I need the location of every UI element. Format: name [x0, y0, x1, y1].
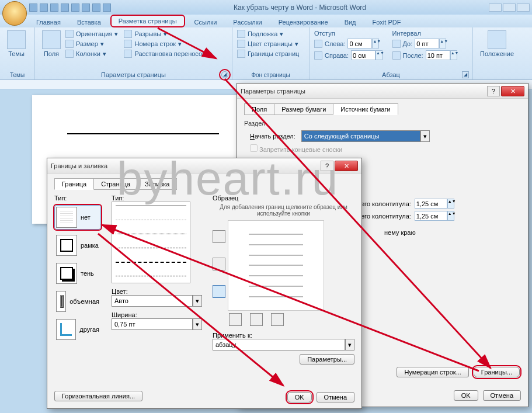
type-3d-label: объемная — [69, 298, 99, 305]
tab-shading[interactable]: Заливка — [137, 178, 177, 190]
border-type-shadow[interactable]: тень — [54, 261, 101, 286]
minimize-button[interactable] — [489, 4, 502, 12]
indent-left-input[interactable] — [347, 39, 372, 48]
tab-references[interactable]: Ссылки — [187, 17, 224, 27]
cancel-button[interactable]: Отмена — [317, 392, 354, 402]
tab-view[interactable]: Вид — [338, 17, 363, 27]
type-box-label: рамка — [81, 242, 99, 249]
columns-icon — [65, 50, 74, 58]
line-numbers-button[interactable]: Номера строк ▾ — [123, 39, 212, 48]
spin-icon[interactable]: ▲▼ — [439, 39, 446, 48]
border-type-none[interactable]: нет — [54, 205, 101, 230]
size-button[interactable]: Размер ▾ — [64, 39, 119, 48]
border-type-custom[interactable]: другая — [54, 317, 101, 342]
apply-to-combo[interactable]: абзацу▾ — [213, 339, 354, 350]
tab-border[interactable]: Граница — [54, 178, 94, 190]
chevron-down-icon[interactable]: ▾ — [193, 318, 202, 330]
options-button[interactable]: Параметры... — [300, 354, 354, 365]
page-color-button[interactable]: Цвет страницы ▾ — [236, 39, 300, 48]
space-after-icon — [392, 51, 401, 60]
margins-label: Поля — [44, 50, 59, 57]
qat-icon[interactable] — [61, 4, 69, 12]
hyphenation-button[interactable]: Расстановка переносов ▾ — [123, 49, 212, 58]
border-right-toggle[interactable] — [271, 313, 284, 326]
qat-icon[interactable] — [103, 4, 111, 12]
office-button[interactable] — [2, 1, 27, 26]
tab-paper-source[interactable]: Источник бумаги — [333, 103, 398, 115]
preview-area[interactable] — [228, 220, 324, 311]
orientation-button[interactable]: Ориентация ▾ — [64, 29, 119, 39]
close-button[interactable]: ✕ — [501, 86, 524, 96]
columns-button[interactable]: Колонки ▾ — [64, 49, 119, 58]
close-button[interactable]: ✕ — [335, 161, 358, 171]
watermark-button[interactable]: Подложка ▾ — [236, 29, 300, 39]
save-icon[interactable] — [29, 4, 37, 12]
cancel-button[interactable]: Отмена — [483, 390, 521, 401]
help-button[interactable]: ? — [321, 161, 333, 171]
ok-button[interactable]: OK — [454, 390, 478, 401]
chevron-down-icon[interactable]: ▾ — [345, 339, 354, 350]
border-center-toggle[interactable] — [250, 313, 263, 326]
border-left-toggle[interactable] — [229, 313, 242, 326]
help-button[interactable]: ? — [487, 86, 500, 96]
space-before-input[interactable] — [415, 39, 439, 48]
border-type-3d[interactable]: объемная — [54, 289, 101, 314]
chevron-down-icon[interactable]: ▾ — [420, 130, 430, 142]
spin-icon[interactable]: ▲▼ — [447, 199, 454, 209]
tab-mailings[interactable]: Рассылки — [226, 17, 269, 27]
horizontal-line-button[interactable]: Горизонтальная линия... — [54, 391, 142, 401]
border-top-toggle[interactable] — [213, 230, 225, 243]
tab-home[interactable]: Главная — [29, 17, 68, 27]
spin-icon[interactable]: ▲▼ — [447, 211, 454, 221]
tab-page-border[interactable]: Страница — [93, 178, 138, 190]
footer-distance-label: его колонтитула: — [361, 213, 411, 220]
spin-icon[interactable]: ▲▼ — [450, 50, 457, 60]
chevron-down-icon[interactable]: ▾ — [193, 295, 202, 307]
tab-page-layout[interactable]: Разметка страницы — [110, 15, 185, 27]
themes-button[interactable]: Темы — [4, 29, 29, 71]
border-middle-toggle[interactable] — [213, 258, 225, 270]
tab-paper[interactable]: Размер бумаги — [274, 103, 333, 115]
footer-distance-input[interactable] — [415, 211, 447, 221]
maximize-button[interactable] — [503, 4, 516, 12]
space-after-input[interactable] — [426, 50, 450, 60]
spin-up-icon[interactable]: ▲▼ — [372, 39, 379, 48]
group-page-setup: Параметры страницы◢ — [39, 71, 228, 79]
page-color-label: Цвет страницы — [248, 40, 293, 47]
indent-right-input[interactable] — [351, 50, 375, 60]
qat-icon[interactable] — [71, 4, 79, 12]
tab-fields[interactable]: Поля — [244, 103, 274, 115]
border-type-box[interactable]: рамка — [54, 233, 101, 258]
suppress-endnotes-checkbox — [250, 144, 258, 152]
tab-review[interactable]: Рецензирование — [272, 17, 335, 27]
spin-icon[interactable]: ▲▼ — [375, 50, 383, 60]
border-bottom-toggle[interactable] — [213, 285, 225, 298]
type-custom-label: другая — [79, 326, 99, 333]
qat-icon[interactable] — [92, 4, 100, 12]
tab-insert[interactable]: Вставка — [70, 17, 108, 27]
position-button[interactable]: Положение — [477, 29, 517, 79]
paragraph-launcher[interactable]: ◢ — [462, 71, 469, 78]
orientation-label: Ориентация — [76, 30, 112, 37]
qat-icon[interactable] — [82, 4, 90, 12]
orientation-icon — [65, 30, 74, 38]
close-button[interactable] — [517, 4, 530, 12]
ok-button[interactable]: OK — [287, 392, 312, 402]
start-section-combo[interactable]: Со следующей страницы▾ — [301, 130, 430, 142]
line-numbers-button[interactable]: Нумерация строк... — [397, 367, 468, 377]
undo-icon[interactable] — [40, 4, 48, 12]
header-distance-input[interactable] — [415, 199, 447, 209]
redo-icon[interactable] — [50, 4, 58, 12]
page-borders-button[interactable]: Границы страниц — [236, 49, 300, 58]
breaks-button[interactable]: Разрывы ▾ — [123, 29, 212, 39]
color-combo[interactable]: Авто▾ — [112, 295, 202, 307]
tab-foxit[interactable]: Foxit PDF — [366, 17, 408, 27]
space-after-label: После: — [403, 52, 423, 59]
borders-button[interactable]: Границы... — [474, 367, 520, 377]
width-combo[interactable]: 0,75 пт▾ — [112, 318, 202, 330]
line-style-list[interactable] — [112, 202, 190, 283]
line-numbers-icon — [124, 40, 132, 48]
page-setup-launcher[interactable]: ◢ — [221, 71, 228, 78]
margins-button[interactable]: Поля — [39, 29, 64, 71]
watermark-icon — [237, 30, 245, 38]
